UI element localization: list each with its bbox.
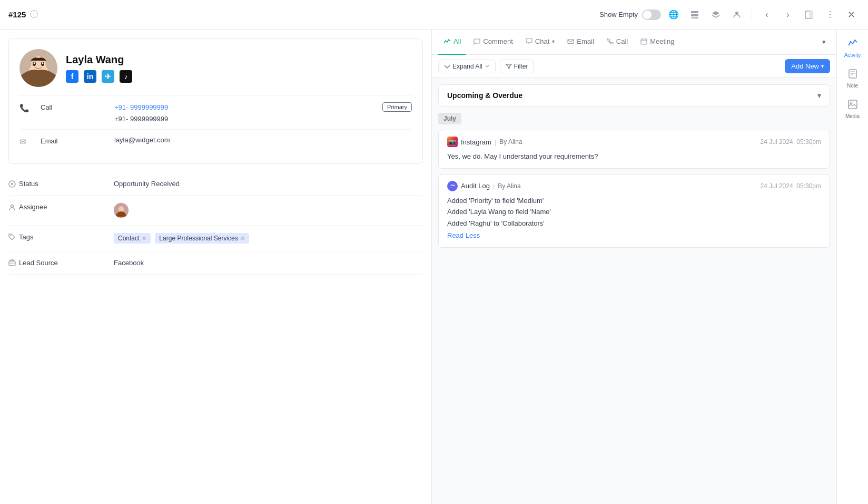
tab-more-btn[interactable]: ▾: [818, 38, 830, 46]
topbar-divider: [752, 8, 752, 21]
contact-card: Layla Wang f in ✈ ♪ 📞 Call +9: [8, 38, 423, 164]
sidebar-note-btn[interactable]: Note: [837, 64, 868, 93]
note-sidebar-label: Note: [847, 83, 858, 89]
expand-btn[interactable]: [801, 6, 817, 23]
facebook-icon[interactable]: f: [66, 70, 78, 83]
svg-point-14: [11, 183, 13, 185]
email-icon: ✉: [19, 136, 36, 147]
email-value-row: layla@widget.com: [114, 136, 412, 144]
tab-chat-label: Chat: [535, 37, 549, 45]
tab-all[interactable]: All: [438, 30, 466, 55]
tab-email[interactable]: Email: [562, 30, 599, 55]
show-empty-label: Show Empty: [599, 11, 638, 18]
tags-label: Tags: [8, 233, 114, 241]
tab-meeting-label: Meeting: [650, 37, 674, 45]
contact-fields: 📞 Call +91- 9999999999 Primary +91- 9999…: [19, 95, 412, 153]
instagram-activity-card: 📷 Instagram | By Alina 24 Jul 2024, 05:3…: [438, 130, 830, 169]
assignee-avatar: [114, 203, 129, 218]
audit-line-2: Added 'Layla Wang to field 'Name': [447, 207, 821, 217]
upcoming-header[interactable]: Upcoming & Overdue ▾: [438, 84, 830, 106]
tab-call[interactable]: Call: [601, 30, 633, 55]
chat-chevron-icon: ▾: [552, 38, 555, 44]
instagram-card-header: 📷 Instagram | By Alina 24 Jul 2024, 05:3…: [447, 137, 821, 147]
tag-contact: Contact ✕: [114, 233, 151, 244]
activity-feed: All Comment Chat ▾: [432, 30, 836, 504]
call-icon: 📞: [19, 102, 36, 113]
tab-comment[interactable]: Comment: [468, 30, 518, 55]
svg-rect-2: [691, 17, 698, 18]
sidebar-activity-btn[interactable]: Activity: [837, 34, 868, 62]
nav-forward-btn[interactable]: ›: [780, 6, 796, 23]
read-less-btn[interactable]: Read Less: [447, 230, 480, 241]
activity-sidebar-icon: [847, 38, 858, 51]
tab-email-label: Email: [577, 37, 594, 45]
tab-call-label: Call: [616, 37, 628, 45]
info-section: Status Opportunity Received Assignee: [0, 172, 431, 275]
add-new-chevron-icon: ▾: [821, 63, 824, 69]
comment-icon: [474, 38, 480, 45]
more-options-btn[interactable]: ⋮: [822, 6, 839, 23]
globe-icon-btn[interactable]: 🌐: [665, 6, 682, 23]
activity-icon: [443, 38, 451, 45]
lead-source-icon: [8, 259, 16, 267]
tags-icon: [8, 234, 16, 241]
person-icon-btn[interactable]: [728, 6, 745, 23]
feed-content: Upcoming & Overdue ▾ July 📷 Instagram | …: [432, 78, 836, 504]
audit-lines: Added 'Priority' to field 'Medium' Added…: [447, 196, 821, 229]
audit-time: 24 Jul 2024, 05:30pm: [761, 182, 821, 190]
filter-label: Filter: [514, 63, 528, 70]
svg-rect-21: [568, 40, 574, 44]
filter-btn[interactable]: Filter: [500, 60, 534, 73]
email-value[interactable]: layla@widget.com: [114, 136, 170, 144]
tag-large-prof-remove[interactable]: ✕: [240, 235, 245, 242]
svg-point-15: [11, 205, 14, 207]
phone-secondary-row: +91- 9999999999: [114, 115, 412, 123]
email-tab-icon: [567, 38, 574, 45]
tab-all-label: All: [453, 37, 461, 45]
activity-sidebar-label: Activity: [844, 52, 861, 58]
social-icons: f in ✈ ♪: [66, 70, 132, 83]
topbar-right: Show Empty 🌐 ‹ ›: [599, 6, 860, 23]
status-value: Opportunity Received: [114, 180, 423, 188]
tiktok-icon[interactable]: ♪: [120, 70, 132, 83]
tab-comment-label: Comment: [483, 37, 512, 45]
call-values: +91- 9999999999 Primary +91- 9999999999: [114, 102, 412, 123]
expand-all-chevron-icon: [485, 64, 490, 69]
layers-icon-btn[interactable]: [707, 6, 724, 23]
tag-contact-remove[interactable]: ✕: [142, 235, 146, 242]
tag-large-prof: Large Professional Services ✕: [155, 233, 249, 244]
telegram-icon[interactable]: ✈: [102, 70, 114, 83]
audit-icon: 〜: [447, 181, 458, 191]
close-btn[interactable]: ✕: [843, 6, 860, 23]
email-values: layla@widget.com: [114, 136, 412, 144]
phone-secondary[interactable]: +91- 9999999999: [114, 115, 168, 123]
call-field-row: 📞 Call +91- 9999999999 Primary +91- 9999…: [19, 95, 412, 129]
right-sidebar: Activity Note: [836, 30, 868, 504]
audit-source-name: Audit Log: [461, 182, 490, 190]
sidebar-media-btn[interactable]: Media: [837, 95, 868, 123]
show-empty-toggle[interactable]: [642, 9, 661, 20]
tags-value: Contact ✕ Large Professional Services ✕: [114, 233, 423, 244]
topbar: #125 ⓘ Show Empty 🌐 ‹ ›: [0, 0, 868, 30]
tab-chat[interactable]: Chat ▾: [520, 30, 560, 55]
media-sidebar-icon: [847, 99, 858, 112]
phone-primary[interactable]: +91- 9999999999: [114, 103, 168, 111]
table-icon-btn[interactable]: [686, 6, 703, 23]
upcoming-title: Upcoming & Overdue: [447, 91, 522, 100]
audit-body: Added 'Priority' to field 'Medium' Added…: [447, 196, 821, 241]
meeting-icon: [640, 38, 647, 45]
right-panel: All Comment Chat ▾: [432, 30, 868, 504]
add-new-btn[interactable]: Add New ▾: [785, 59, 830, 73]
expand-all-btn[interactable]: Expand All: [438, 60, 496, 73]
month-label: July: [438, 113, 461, 124]
instagram-icon: 📷: [447, 137, 458, 147]
linkedin-icon[interactable]: in: [84, 70, 96, 83]
svg-rect-20: [526, 38, 532, 43]
nav-back-btn[interactable]: ‹: [758, 6, 775, 23]
info-icon[interactable]: ⓘ: [30, 9, 38, 20]
tab-meeting[interactable]: Meeting: [635, 30, 679, 55]
expand-icon: [444, 63, 450, 70]
svg-rect-5: [809, 11, 813, 18]
record-id: #125: [8, 10, 26, 19]
call-tab-icon: [607, 38, 614, 45]
